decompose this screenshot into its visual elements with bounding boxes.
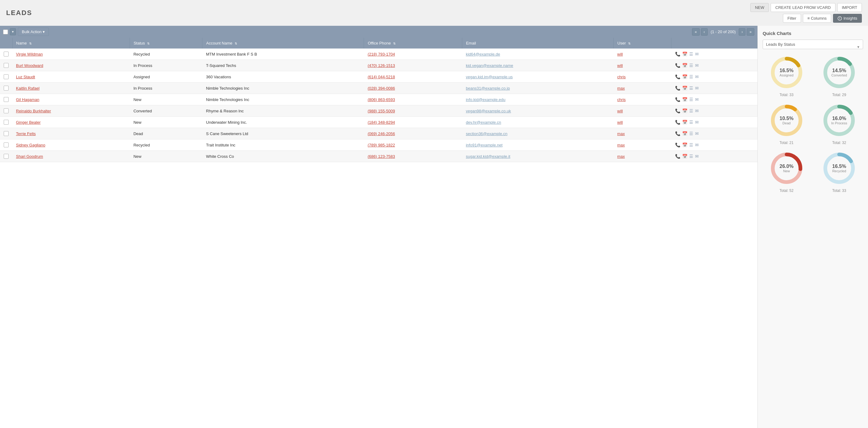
filter-button[interactable]: Filter	[783, 14, 801, 23]
user-link[interactable]: chris	[617, 97, 626, 102]
list-action-icon[interactable]: ☰	[689, 86, 693, 91]
row-checkbox[interactable]	[4, 97, 9, 102]
phone-link[interactable]: (028) 394-0086	[368, 86, 395, 91]
row-phone[interactable]: (470) 126-1513	[364, 60, 462, 71]
account-sort-icon[interactable]: ⇅	[235, 42, 237, 45]
email-link[interactable]: vegan98@example.co.uk	[466, 109, 511, 113]
user-link[interactable]: will	[617, 63, 623, 68]
row-phone[interactable]: (789) 985-1822	[364, 139, 462, 151]
select-all-checkbox[interactable]	[3, 30, 8, 34]
create-vcard-button[interactable]: CREATE LEAD FROM VCARD	[771, 3, 835, 12]
row-checkbox[interactable]	[4, 120, 9, 125]
phone-action-icon[interactable]: 📞	[675, 154, 680, 159]
row-checkbox-cell[interactable]	[0, 105, 12, 117]
phone-link[interactable]: (218) 793-1704	[368, 52, 395, 57]
email-action-icon[interactable]: ✉	[695, 120, 699, 125]
col-status[interactable]: Status ⇅	[130, 38, 202, 48]
calendar-action-icon[interactable]: 📅	[682, 120, 687, 125]
lead-name-link[interactable]: Kaitlin Rafael	[16, 86, 40, 91]
email-action-icon[interactable]: ✉	[695, 131, 699, 136]
lead-name-link[interactable]: Reinaldo Burkhalter	[16, 109, 51, 113]
row-checkbox-cell[interactable]	[0, 48, 12, 60]
calendar-action-icon[interactable]: 📅	[682, 63, 687, 68]
list-action-icon[interactable]: ☰	[689, 154, 693, 159]
email-link[interactable]: sugar.kid.kid@example.it	[466, 154, 510, 159]
calendar-action-icon[interactable]: 📅	[682, 142, 687, 147]
row-name[interactable]: Luz Staudt	[12, 71, 130, 83]
select-all-checkbox-wrapper[interactable]	[3, 30, 8, 34]
row-checkbox-cell[interactable]	[0, 151, 12, 162]
email-link[interactable]: info91@example.net	[466, 143, 502, 147]
user-sort-icon[interactable]: ⇅	[628, 42, 630, 45]
list-action-icon[interactable]: ☰	[689, 52, 693, 57]
row-checkbox-cell[interactable]	[0, 83, 12, 94]
user-link[interactable]: max	[617, 154, 625, 159]
phone-action-icon[interactable]: 📞	[675, 86, 680, 91]
phone-action-icon[interactable]: 📞	[675, 142, 680, 147]
calendar-action-icon[interactable]: 📅	[682, 86, 687, 91]
phone-link[interactable]: (470) 126-1513	[368, 63, 395, 68]
list-action-icon[interactable]: ☰	[689, 142, 693, 147]
status-sort-icon[interactable]: ⇅	[147, 42, 150, 45]
row-checkbox[interactable]	[4, 52, 9, 57]
calendar-action-icon[interactable]: 📅	[682, 108, 687, 113]
email-action-icon[interactable]: ✉	[695, 52, 699, 57]
prev-page-button[interactable]: ‹	[701, 28, 708, 36]
user-link[interactable]: will	[617, 109, 623, 113]
row-name[interactable]: Ginger Bealer	[12, 117, 130, 128]
user-link[interactable]: will	[617, 120, 623, 125]
row-email[interactable]: info.kid@example.edu	[462, 94, 614, 105]
row-email[interactable]: beans31@example.co.jp	[462, 83, 614, 94]
row-name[interactable]: Reinaldo Burkhalter	[12, 105, 130, 117]
email-action-icon[interactable]: ✉	[695, 108, 699, 113]
row-name[interactable]: Kaitlin Rafael	[12, 83, 130, 94]
last-page-button[interactable]: »	[747, 28, 754, 36]
lead-name-link[interactable]: Shari Goodrum	[16, 154, 43, 159]
phone-action-icon[interactable]: 📞	[675, 74, 680, 79]
col-email[interactable]: Email	[462, 38, 614, 48]
phone-link[interactable]: (614) 044-5218	[368, 75, 395, 79]
row-phone[interactable]: (184) 348-8294	[364, 117, 462, 128]
columns-button[interactable]: ≡ Columns	[803, 14, 832, 23]
row-phone[interactable]: (806) 863-6593	[364, 94, 462, 105]
phone-action-icon[interactable]: 📞	[675, 120, 680, 125]
row-phone[interactable]: (988) 155-5009	[364, 105, 462, 117]
row-checkbox-cell[interactable]	[0, 60, 12, 71]
row-checkbox[interactable]	[4, 108, 9, 113]
email-action-icon[interactable]: ✉	[695, 154, 699, 159]
row-name[interactable]: Gil Hagaman	[12, 94, 130, 105]
row-name[interactable]: Shari Goodrum	[12, 151, 130, 162]
new-button[interactable]: NEW	[750, 3, 769, 12]
calendar-action-icon[interactable]: 📅	[682, 52, 687, 57]
lead-name-link[interactable]: Ginger Bealer	[16, 120, 40, 125]
lead-name-link[interactable]: Gil Hagaman	[16, 97, 39, 102]
user-link[interactable]: chris	[617, 75, 626, 79]
list-action-icon[interactable]: ☰	[689, 131, 693, 136]
calendar-action-icon[interactable]: 📅	[682, 131, 687, 136]
next-page-button[interactable]: ›	[739, 28, 745, 36]
user-link[interactable]: will	[617, 52, 623, 57]
lead-name-link[interactable]: Sidney Gagliano	[16, 143, 45, 147]
user-link[interactable]: max	[617, 131, 625, 136]
phone-sort-icon[interactable]: ⇅	[393, 42, 396, 45]
email-action-icon[interactable]: ✉	[695, 74, 699, 79]
row-name[interactable]: Sidney Gagliano	[12, 139, 130, 151]
email-link[interactable]: kid64@example.de	[466, 52, 500, 57]
phone-link[interactable]: (806) 863-6593	[368, 97, 395, 102]
row-checkbox-cell[interactable]	[0, 117, 12, 128]
bulk-action-button[interactable]: Bulk Action ▾	[18, 28, 49, 36]
row-email[interactable]: vegan98@example.co.uk	[462, 105, 614, 117]
row-email[interactable]: vegan.kid.im@example.us	[462, 71, 614, 83]
row-user[interactable]: max	[614, 139, 672, 151]
row-phone[interactable]: (218) 793-1704	[364, 48, 462, 60]
user-link[interactable]: max	[617, 143, 625, 147]
phone-link[interactable]: (789) 985-1822	[368, 143, 395, 147]
row-user[interactable]: will	[614, 117, 672, 128]
row-checkbox-cell[interactable]	[0, 94, 12, 105]
email-link[interactable]: beans31@example.co.jp	[466, 86, 510, 91]
row-user[interactable]: chris	[614, 71, 672, 83]
chart-select[interactable]: Leads By Status	[763, 40, 863, 49]
row-user[interactable]: max	[614, 83, 672, 94]
row-name[interactable]: Burl Woodward	[12, 60, 130, 71]
email-link[interactable]: dev.hr@example.cn	[466, 120, 501, 125]
